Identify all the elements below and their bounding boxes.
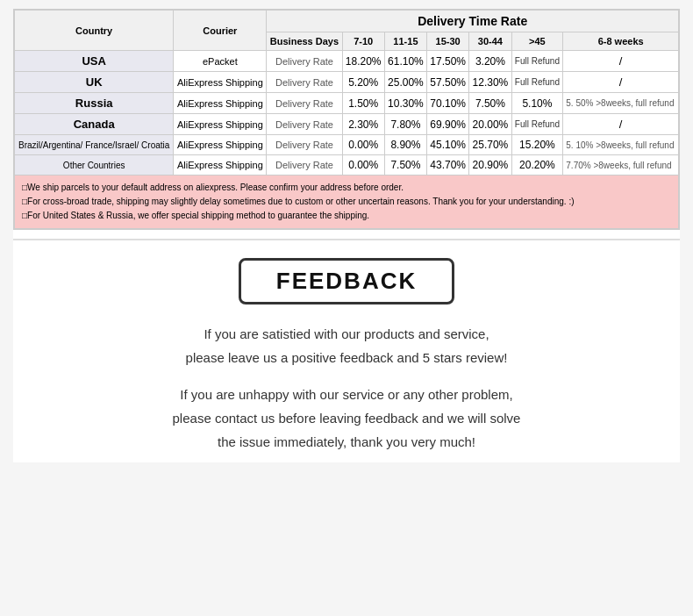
col-courier: Courier xyxy=(174,11,267,51)
table-row: CanadaAliExpress ShippingDelivery Rate2.… xyxy=(15,114,679,135)
col-6-8-weeks: 6-8 weeks xyxy=(563,32,679,51)
data-cell-col_11_15: 10.30% xyxy=(384,93,426,114)
data-cell-col_7_10: 5.20% xyxy=(342,72,384,93)
page-wrapper: Country Courier Delivery Time Rate Busin… xyxy=(13,9,680,462)
data-cell-col_6_8_weeks: / xyxy=(563,72,679,93)
country-cell: Russia xyxy=(15,93,174,114)
data-cell-col_15_30: 70.10% xyxy=(427,93,469,114)
col-45: >45 xyxy=(511,32,563,51)
col-15-30: 15-30 xyxy=(427,32,469,51)
table-row: UKAliExpress ShippingDelivery Rate5.20%2… xyxy=(15,72,679,93)
data-cell-col_7_10: 0.00% xyxy=(342,155,384,175)
data-cell-col_6_8_weeks: / xyxy=(563,114,679,135)
courier-cell: AliExpress Shipping xyxy=(174,93,267,114)
data-cell-col_30_44: 20.90% xyxy=(469,155,511,175)
data-cell-col_15_30: 45.10% xyxy=(427,135,469,155)
delivery-time-rate-header: Delivery Time Rate xyxy=(267,11,679,32)
data-cell-col_45: 5.10% xyxy=(511,93,563,114)
feedback-positive-text: If you are satistied with our products a… xyxy=(22,322,671,369)
data-cell-col_45: Full Refund xyxy=(511,51,563,72)
feedback-title-box: FEEDBACK xyxy=(239,258,454,304)
delivery-rate-label: Delivery Rate xyxy=(267,155,342,175)
data-cell-col_6_8_weeks: 7.70% >8weeks, full refund xyxy=(563,155,679,175)
data-cell-col_45: Full Refund xyxy=(511,72,563,93)
courier-cell: AliExpress Shipping xyxy=(174,135,267,155)
delivery-rate-label: Delivery Rate xyxy=(267,135,342,155)
col-business-days: Business Days xyxy=(267,32,342,51)
courier-cell: AliExpress Shipping xyxy=(174,72,267,93)
data-cell-col_11_15: 7.50% xyxy=(384,155,426,175)
courier-cell: AliExpress Shipping xyxy=(174,114,267,135)
country-cell: UK xyxy=(15,72,174,93)
data-cell-col_7_10: 1.50% xyxy=(342,93,384,114)
delivery-rate-label: Delivery Rate xyxy=(267,72,342,93)
feedback-title: FEEDBACK xyxy=(276,268,417,295)
delivery-table-section: Country Courier Delivery Time Rate Busin… xyxy=(13,9,680,230)
courier-cell: AliExpress Shipping xyxy=(174,155,267,175)
feedback-negative-text: If you are unhappy with our service or a… xyxy=(22,383,671,454)
col-country: Country xyxy=(15,11,174,51)
data-cell-col_30_44: 20.00% xyxy=(469,114,511,135)
data-cell-col_7_10: 0.00% xyxy=(342,135,384,155)
data-cell-col_7_10: 18.20% xyxy=(342,51,384,72)
data-cell-col_30_44: 7.50% xyxy=(469,93,511,114)
country-cell: USA xyxy=(15,51,174,72)
data-cell-col_30_44: 12.30% xyxy=(469,72,511,93)
feedback-section: FEEDBACK If you are satistied with our p… xyxy=(13,239,680,462)
col-7-10: 7-10 xyxy=(342,32,384,51)
table-row: Brazil/Argentina/ France/Israel/ Croatia… xyxy=(15,135,679,155)
data-cell-col_6_8_weeks: 5. 10% >8weeks, full refund xyxy=(563,135,679,155)
data-cell-col_11_15: 7.80% xyxy=(384,114,426,135)
data-cell-col_15_30: 57.50% xyxy=(427,72,469,93)
data-cell-col_11_15: 61.10% xyxy=(384,51,426,72)
col-11-15: 11-15 xyxy=(384,32,426,51)
table-row: USAePacketDelivery Rate18.20%61.10%17.50… xyxy=(15,51,679,72)
table-row: RussiaAliExpress ShippingDelivery Rate1.… xyxy=(15,93,679,114)
data-cell-col_6_8_weeks: 5. 50% >8weeks, full refund xyxy=(563,93,679,114)
data-cell-col_45: 20.20% xyxy=(511,155,563,175)
data-cell-col_30_44: 3.20% xyxy=(469,51,511,72)
data-cell-col_15_30: 17.50% xyxy=(427,51,469,72)
country-cell: Other Countries xyxy=(15,155,174,175)
table-row: Other CountriesAliExpress ShippingDelive… xyxy=(15,155,679,175)
country-cell: Canada xyxy=(15,114,174,135)
data-cell-col_30_44: 25.70% xyxy=(469,135,511,155)
data-cell-col_11_15: 25.00% xyxy=(384,72,426,93)
data-cell-col_11_15: 8.90% xyxy=(384,135,426,155)
delivery-rate-label: Delivery Rate xyxy=(267,51,342,72)
courier-cell: ePacket xyxy=(174,51,267,72)
data-cell-col_15_30: 43.70% xyxy=(427,155,469,175)
country-cell: Brazil/Argentina/ France/Israel/ Croatia xyxy=(15,135,174,155)
notes-row: □We ship parcels to your default address… xyxy=(15,175,679,229)
data-cell-col_45: Full Refund xyxy=(511,114,563,135)
data-cell-col_6_8_weeks: / xyxy=(563,51,679,72)
delivery-table: Country Courier Delivery Time Rate Busin… xyxy=(14,10,679,229)
col-30-44: 30-44 xyxy=(469,32,511,51)
notes-cell: □We ship parcels to your default address… xyxy=(15,175,679,229)
data-cell-col_7_10: 2.30% xyxy=(342,114,384,135)
data-cell-col_15_30: 69.90% xyxy=(427,114,469,135)
delivery-rate-label: Delivery Rate xyxy=(267,93,342,114)
data-cell-col_45: 15.20% xyxy=(511,135,563,155)
delivery-rate-label: Delivery Rate xyxy=(267,114,342,135)
